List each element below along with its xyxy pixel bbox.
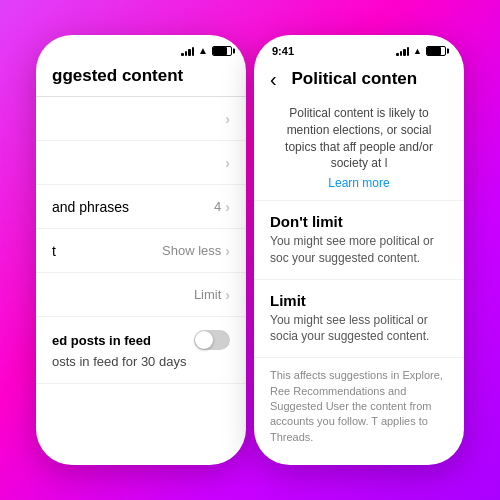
left-phone: ▲ ggested content › › and phrases 4 › t … bbox=[36, 35, 246, 465]
wifi-icon: ▲ bbox=[413, 46, 422, 56]
right-header: ‹ Political conten bbox=[254, 61, 464, 97]
left-page-title: ggested content bbox=[52, 66, 230, 86]
status-icons: ▲ bbox=[396, 46, 446, 56]
chevron-right-icon: › bbox=[225, 199, 230, 215]
page-description: Political content is likely to mention e… bbox=[254, 97, 464, 201]
item-label: t bbox=[52, 243, 162, 259]
dont-limit-option[interactable]: Don't limit You might see more political… bbox=[254, 201, 464, 280]
list-item-limit[interactable]: Limit › bbox=[36, 273, 246, 317]
left-status-bar: ▲ bbox=[36, 35, 246, 60]
battery-icon bbox=[212, 46, 232, 56]
feed-toggle[interactable] bbox=[194, 330, 230, 350]
signal-icon bbox=[181, 46, 194, 56]
right-phone: 9:41 ▲ ‹ Political conten Political cont… bbox=[254, 35, 464, 465]
battery-icon bbox=[426, 46, 446, 56]
list-item[interactable]: › bbox=[36, 97, 246, 141]
chevron-right-icon: › bbox=[225, 155, 230, 171]
show-less-value: Show less bbox=[162, 243, 221, 258]
limit-option[interactable]: Limit You might see less political or so… bbox=[254, 280, 464, 359]
chevron-right-icon: › bbox=[225, 111, 230, 127]
list-item-content[interactable]: t Show less › bbox=[36, 229, 246, 273]
option-title: Limit bbox=[270, 292, 448, 309]
description-text: Political content is likely to mention e… bbox=[285, 106, 433, 170]
list-item-phrases[interactable]: and phrases 4 › bbox=[36, 185, 246, 229]
back-button[interactable]: ‹ bbox=[270, 69, 277, 89]
footer-note: This affects suggestions in Explore, Ree… bbox=[254, 358, 464, 455]
signal-icon bbox=[396, 46, 409, 56]
chevron-right-icon: › bbox=[225, 287, 230, 303]
feed-title: ed posts in feed bbox=[52, 333, 194, 348]
limit-value: Limit bbox=[194, 287, 221, 302]
wifi-icon: ▲ bbox=[198, 45, 208, 56]
option-description: You might see more political or soc your… bbox=[270, 233, 448, 267]
item-label: and phrases bbox=[52, 199, 214, 215]
feed-item-top: ed posts in feed bbox=[52, 330, 230, 350]
right-page-title: Political conten bbox=[285, 69, 424, 89]
list-item[interactable]: › bbox=[36, 141, 246, 185]
time-display: 9:41 bbox=[272, 45, 294, 57]
option-description: You might see less political or socia yo… bbox=[270, 312, 448, 346]
learn-more-link[interactable]: Learn more bbox=[270, 175, 448, 192]
list-item-feed[interactable]: ed posts in feed osts in feed for 30 day… bbox=[36, 317, 246, 384]
item-value: 4 bbox=[214, 199, 221, 214]
option-title: Don't limit bbox=[270, 213, 448, 230]
settings-list: › › and phrases 4 › t Show less › Limit … bbox=[36, 97, 246, 384]
chevron-right-icon: › bbox=[225, 243, 230, 259]
left-header: ggested content bbox=[36, 60, 246, 97]
feed-subtitle: osts in feed for 30 days bbox=[52, 354, 186, 369]
right-status-bar: 9:41 ▲ bbox=[254, 35, 464, 61]
